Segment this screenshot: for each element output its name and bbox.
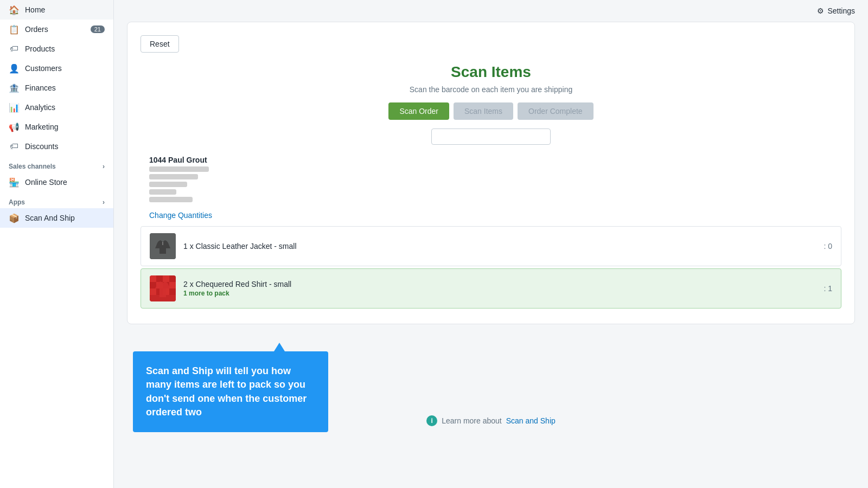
orders-icon: 📋: [9, 24, 20, 35]
apps-section: Apps ›: [0, 192, 113, 208]
finances-icon: 🏦: [9, 82, 20, 93]
info-icon: i: [426, 415, 437, 426]
scan-barcode-input[interactable]: [431, 129, 551, 145]
topbar: ⚙ Settings: [114, 0, 868, 22]
apps-chevron[interactable]: ›: [103, 198, 105, 206]
customer-address-line1: [149, 166, 209, 172]
svg-rect-2: [150, 275, 156, 282]
gear-icon: ⚙: [817, 7, 824, 15]
sales-channels-section: Sales channels ›: [0, 156, 113, 172]
svg-rect-9: [169, 282, 176, 288]
sidebar-item-customers[interactable]: 👤 Customers: [0, 59, 113, 78]
customer-name: 1044 Paul Grout: [149, 156, 841, 164]
product-info-jacket: 1 x Classic Leather Jacket - small: [183, 242, 817, 251]
content-area: Reset Scan Items Scan the barcode on eac…: [114, 22, 868, 488]
sidebar-item-discounts[interactable]: 🏷 Discounts: [0, 137, 113, 156]
reset-button[interactable]: Reset: [141, 35, 179, 53]
settings-button[interactable]: ⚙ Settings: [817, 7, 855, 15]
sidebar-item-orders[interactable]: 📋 Orders 21: [0, 20, 113, 39]
learn-more-link[interactable]: Scan and Ship: [506, 416, 556, 425]
customer-address-line5: [149, 197, 193, 202]
home-icon: 🏠: [9, 4, 20, 15]
sidebar-item-home[interactable]: 🏠 Home: [0, 0, 113, 20]
svg-rect-4: [163, 275, 169, 282]
scan-buttons: Scan Order Scan Items Order Complete: [141, 102, 841, 120]
sidebar-label-customers: Customers: [25, 64, 62, 73]
products-icon: 🏷: [9, 43, 20, 54]
products-list: 1 x Classic Leather Jacket - small : 0: [141, 226, 841, 309]
scan-order-button[interactable]: Scan Order: [388, 102, 449, 120]
scan-title: Scan Items: [141, 63, 841, 81]
svg-rect-13: [169, 288, 176, 295]
product-more-shirt: 1 more to pack: [183, 290, 817, 297]
discounts-icon: 🏷: [9, 141, 20, 152]
sidebar-label-marketing: Marketing: [25, 123, 58, 131]
sidebar-label-online-store: Online Store: [25, 178, 67, 187]
sidebar-label-orders: Orders: [25, 25, 48, 34]
scan-subtitle: Scan the barcode on each item you are sh…: [141, 85, 841, 94]
sidebar-label-scan-and-ship: Scan And Ship: [25, 214, 75, 222]
svg-rect-5: [169, 275, 176, 282]
customer-address-line3: [149, 182, 187, 187]
marketing-icon: 📢: [9, 121, 20, 132]
change-quantities-link[interactable]: Change Quantities: [149, 211, 841, 220]
sidebar-label-products: Products: [25, 44, 55, 53]
learn-more-prefix: Learn more about: [442, 416, 502, 425]
sidebar-item-finances[interactable]: 🏦 Finances: [0, 78, 113, 98]
scan-ship-icon: 📦: [9, 213, 20, 223]
product-thumb-shirt: [150, 275, 176, 301]
sidebar-label-home: Home: [25, 5, 45, 14]
sidebar-item-scan-and-ship[interactable]: 📦 Scan And Ship: [0, 208, 113, 228]
svg-rect-10: [150, 288, 156, 295]
analytics-icon: 📊: [9, 102, 20, 113]
product-count-shirt: : 1: [824, 284, 832, 293]
sidebar-label-finances: Finances: [25, 84, 56, 92]
sidebar-item-online-store[interactable]: 🏪 Online Store: [0, 172, 113, 192]
online-store-icon: 🏪: [9, 177, 20, 188]
order-complete-button: Order Complete: [518, 102, 593, 120]
customer-address-line2: [149, 174, 198, 179]
sidebar-label-analytics: Analytics: [25, 103, 55, 112]
product-count-jacket: : 0: [824, 242, 832, 251]
product-name-jacket: 1 x Classic Leather Jacket - small: [183, 242, 817, 251]
product-info-shirt: 2 x Chequered Red Shirt - small 1 more t…: [183, 280, 817, 297]
scan-input-container: [141, 129, 841, 145]
customers-icon: 👤: [9, 63, 20, 74]
product-thumb-jacket: [150, 233, 176, 259]
product-row-shirt: 2 x Chequered Red Shirt - small 1 more t…: [141, 268, 841, 309]
product-name-shirt: 2 x Chequered Red Shirt - small: [183, 280, 817, 288]
main-content: ⚙ Settings Reset Scan Items Scan the bar…: [114, 0, 868, 488]
scan-items-button: Scan Items: [454, 102, 513, 120]
sidebar-item-products[interactable]: 🏷 Products: [0, 39, 113, 59]
scan-card: Reset Scan Items Scan the barcode on eac…: [127, 22, 855, 324]
sidebar-item-marketing[interactable]: 📢 Marketing: [0, 117, 113, 137]
sidebar: 🏠 Home 📋 Orders 21 🏷 Products 👤 Customer…: [0, 0, 114, 488]
customer-address-line4: [149, 189, 176, 195]
sidebar-item-analytics[interactable]: 📊 Analytics: [0, 98, 113, 117]
orders-badge: 21: [91, 25, 105, 33]
svg-rect-3: [156, 275, 163, 282]
callout-tooltip: Scan and Ship will tell you how many ite…: [133, 351, 328, 432]
svg-rect-6: [150, 282, 156, 288]
product-row-jacket: 1 x Classic Leather Jacket - small : 0: [141, 226, 841, 266]
sidebar-label-discounts: Discounts: [25, 142, 58, 151]
customer-info: 1044 Paul Grout: [149, 156, 841, 202]
sales-channels-chevron[interactable]: ›: [103, 163, 105, 170]
